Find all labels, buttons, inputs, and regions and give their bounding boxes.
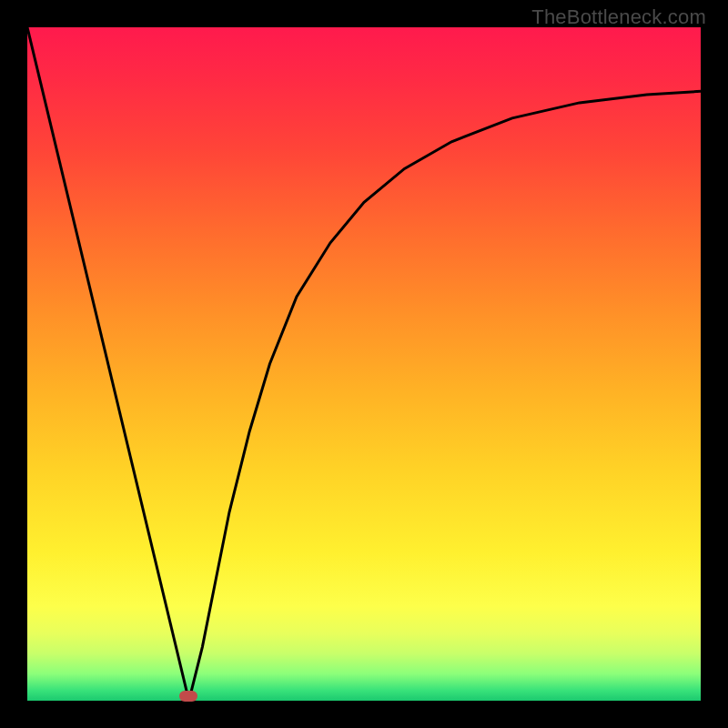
watermark-text: TheBottleneck.com xyxy=(531,5,706,29)
curve-left-branch xyxy=(27,27,189,701)
trough-marker xyxy=(179,691,197,702)
bottleneck-curve xyxy=(27,27,701,701)
chart-frame: TheBottleneck.com xyxy=(0,0,728,728)
curve-right-branch xyxy=(189,91,701,701)
plot-area xyxy=(27,27,701,701)
